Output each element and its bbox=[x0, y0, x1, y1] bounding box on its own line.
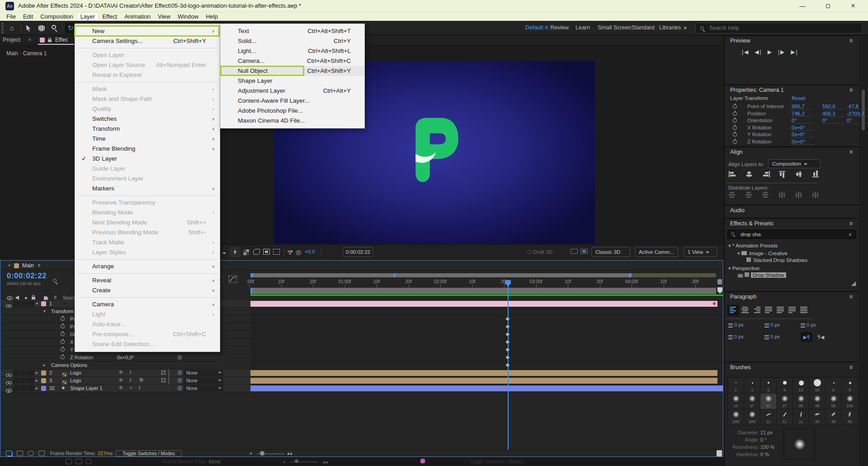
menu-item-switches[interactable]: Switches› bbox=[75, 114, 220, 124]
value-field[interactable]: 965,7 bbox=[792, 104, 814, 109]
expand-layer-switches-button[interactable] bbox=[6, 451, 12, 456]
brush-prop-value[interactable]: 21 px bbox=[759, 430, 773, 435]
value-field[interactable]: 0° bbox=[847, 118, 868, 124]
scrollbar-handle[interactable] bbox=[717, 450, 722, 456]
brush-13[interactable]: 13 bbox=[793, 378, 809, 394]
workspace-tab-default[interactable]: Default ≡ bbox=[525, 24, 548, 31]
paragraph-align-button-6[interactable] bbox=[798, 305, 810, 316]
exposure-value[interactable]: +0,0 bbox=[305, 249, 315, 254]
exposure-icon[interactable]: ◎ bbox=[296, 248, 301, 256]
stopwatch-icon[interactable] bbox=[61, 347, 65, 352]
time-ruler[interactable]: 0:00f10f20f01:00f10f20f02:00f10f20f03:00… bbox=[247, 273, 723, 288]
tree-item-animation-presets[interactable]: ▾ * Animation Presets bbox=[725, 243, 859, 250]
menu-edit[interactable]: Edit bbox=[19, 12, 37, 21]
selection-tool-button[interactable] bbox=[24, 23, 34, 33]
menu-help[interactable]: Help bbox=[202, 12, 222, 21]
mask-visibility-button[interactable] bbox=[253, 249, 260, 255]
zoom-out-icon[interactable]: ▲ bbox=[249, 451, 253, 455]
paragraph-align-button-4[interactable] bbox=[774, 305, 786, 316]
next-frame-button[interactable]: |▶ bbox=[778, 49, 785, 55]
brush-prop-value[interactable]: 100 % bbox=[759, 444, 774, 450]
region-of-interest-button[interactable] bbox=[263, 249, 270, 255]
menu-composition[interactable]: Composition bbox=[37, 12, 76, 21]
panel-menu-icon[interactable]: ≡ bbox=[849, 86, 853, 95]
menu-item-new[interactable]: New› bbox=[75, 26, 220, 36]
switch-cell[interactable] bbox=[28, 301, 34, 306]
tab-effect-controls[interactable]: Effec bbox=[55, 37, 68, 43]
menu-item-camera[interactable]: Camera› bbox=[75, 300, 220, 309]
workspace-overflow-button[interactable]: » bbox=[684, 24, 687, 31]
group-label[interactable]: Transform bbox=[51, 309, 74, 314]
layer-color-swatch[interactable] bbox=[41, 378, 46, 383]
workspace-tab-libraries[interactable]: Libraries bbox=[659, 24, 681, 31]
value-field[interactable]: -2703,7 bbox=[847, 111, 868, 117]
expand-transfer-controls-button[interactable] bbox=[17, 451, 23, 456]
scroll-nub[interactable] bbox=[717, 287, 722, 294]
brush-9[interactable]: 9 bbox=[842, 378, 858, 394]
help-search[interactable] bbox=[695, 23, 863, 33]
value-field[interactable]: 746,2 bbox=[792, 111, 814, 117]
brush-27[interactable]: 27 bbox=[777, 394, 793, 409]
menu-item-light[interactable]: Light...Ctrl+Alt+Shift+L bbox=[221, 46, 364, 56]
quality-icon[interactable]: / bbox=[130, 377, 131, 383]
menu-item-transform[interactable]: Transform› bbox=[75, 124, 220, 134]
value-field[interactable]: 550,6 bbox=[822, 104, 845, 109]
switch-cell[interactable] bbox=[13, 301, 19, 306]
expander-icon[interactable]: ▸ bbox=[36, 370, 38, 375]
draft-3d-toggle[interactable]: ⬡ Draft 3D bbox=[527, 249, 552, 255]
panel-menu-icon[interactable]: ≡ bbox=[849, 147, 853, 157]
brush-11[interactable]: 11 bbox=[777, 409, 793, 425]
layer-color-swatch[interactable] bbox=[41, 371, 46, 376]
paragraph-align-button-5[interactable] bbox=[786, 305, 798, 316]
quality-icon[interactable]: / bbox=[139, 385, 140, 390]
panel-menu-icon[interactable]: ≡ bbox=[849, 219, 853, 228]
minimize-button[interactable]: — bbox=[792, 0, 813, 12]
maximize-button[interactable] bbox=[817, 0, 838, 12]
menu-item-adobe-photoshop-file[interactable]: Adobe Photoshop File... bbox=[221, 106, 364, 116]
effects-search[interactable]: × bbox=[727, 230, 856, 239]
menu-item-reveal[interactable]: Reveal› bbox=[75, 276, 220, 285]
brush-prop-value[interactable]: 0 % bbox=[759, 452, 769, 457]
brush-9[interactable]: 9 bbox=[777, 378, 793, 394]
brush-11[interactable]: 11 bbox=[760, 409, 777, 425]
layer-duration-bar-32[interactable] bbox=[250, 385, 723, 391]
switch-cell[interactable] bbox=[20, 378, 27, 383]
parent-pick-whip-icon[interactable]: @ bbox=[177, 354, 182, 360]
graph-editor-icon[interactable] bbox=[229, 276, 237, 283]
quality-icon[interactable]: / bbox=[130, 370, 131, 375]
expander-icon[interactable]: ▾ bbox=[737, 251, 741, 256]
workspace-menu-icon[interactable]: ≡ bbox=[543, 24, 548, 31]
align-top-icon[interactable] bbox=[779, 171, 787, 177]
collapse-transformations-icon[interactable]: ⊕ bbox=[119, 385, 123, 390]
hand-tool-button[interactable] bbox=[36, 23, 47, 33]
brush-45[interactable]: 45 bbox=[826, 409, 842, 425]
adjustment-icon[interactable]: ☼ bbox=[129, 385, 133, 390]
expander-icon[interactable]: ▾ bbox=[36, 301, 38, 306]
brush-1[interactable]: 1 bbox=[728, 378, 744, 394]
value-field[interactable]: 0° bbox=[822, 118, 845, 124]
stopwatch-icon[interactable] bbox=[733, 133, 737, 137]
menu-layer[interactable]: Layer bbox=[77, 12, 99, 21]
layer-name[interactable]: Shape Layer 1 bbox=[70, 385, 103, 391]
viewer-tab-label[interactable]: Main · Camera 1 bbox=[6, 50, 47, 57]
brush-200[interactable]: 200 bbox=[728, 409, 744, 425]
brush-5[interactable]: 5 bbox=[760, 378, 777, 394]
menu-file[interactable]: File bbox=[3, 12, 19, 21]
brush-21-selected[interactable]: 21 bbox=[760, 394, 777, 409]
reset-link[interactable]: Reset bbox=[792, 95, 805, 101]
parent-dropdown[interactable]: None bbox=[184, 377, 223, 384]
layer-color-swatch[interactable] bbox=[41, 386, 46, 391]
layer-duration-bar-2[interactable] bbox=[250, 370, 717, 376]
value-field[interactable]: 0x+0° bbox=[792, 132, 814, 138]
3d-ground-plane-icon[interactable] bbox=[571, 249, 578, 254]
toolbar-grip[interactable] bbox=[1, 23, 4, 33]
align-right-icon[interactable] bbox=[762, 171, 770, 177]
switch-cell[interactable] bbox=[13, 378, 19, 383]
value-field[interactable]: 456,3 bbox=[822, 111, 845, 117]
menu-item-3d-layer[interactable]: ✓3D Layer bbox=[75, 154, 220, 164]
panel-scrollbar[interactable] bbox=[862, 90, 865, 130]
layer-name[interactable]: Logo bbox=[70, 378, 81, 383]
indent-value[interactable]: 0 bbox=[733, 334, 738, 339]
brush-100[interactable]: 100 bbox=[842, 394, 858, 409]
align-center-v-icon[interactable] bbox=[796, 171, 803, 177]
